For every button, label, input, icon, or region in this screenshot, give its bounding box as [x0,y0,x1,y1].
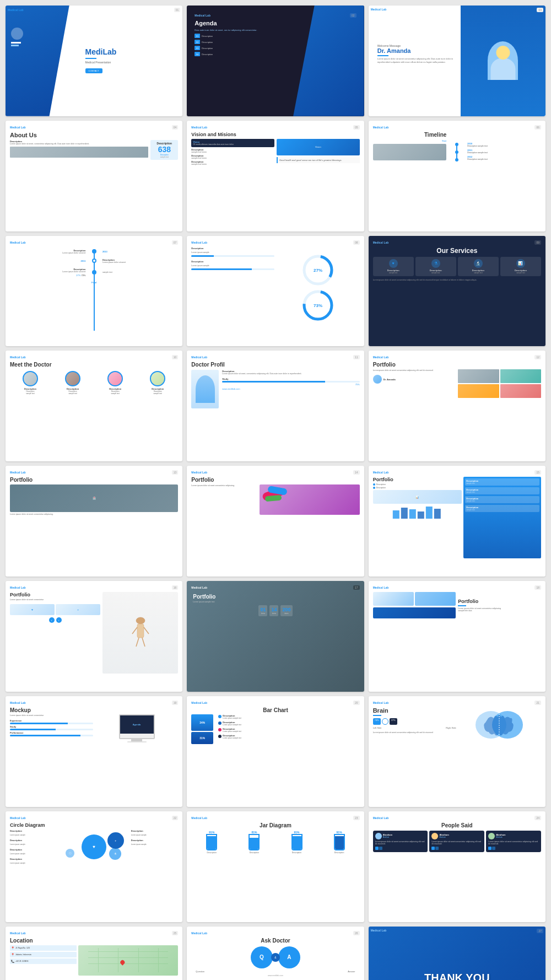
slide-5-vision: Medical Lab 05 Vision and Misions Vision… [187,121,364,231]
slide-4-page: 04 [172,125,179,130]
slide-20-title: Bar Chart [191,707,359,713]
slide-2-page: 02 [350,13,356,18]
slide-2-title: Agenda [195,20,356,26]
slide-9-footer: Lorem ipsum dolor sit amet consectetur a… [373,279,541,282]
slide-24-page: 24 [534,816,541,820]
agenda-item-3: 03 Description [195,46,356,50]
slide-12-page: 12 [534,355,541,359]
slide-25-logo: Medical Lab [10,931,26,935]
slide-23-logo: Medical Lab [191,816,207,820]
slide-12-portfolio: Medical Lab 12 Portfolio Lorem ipsum dol… [369,351,545,461]
jar-3: 91% Description [291,831,302,854]
left-label: Left Side [373,726,382,729]
stat2: 37% [390,718,397,725]
slide-15-page: 15 [534,470,541,475]
slide-23-jar: Medical Lab 23 Jar Diagram 91% Descripti… [187,811,364,922]
jar-4: 91% Description [334,831,345,854]
portfolio-stat-1: 01 items [258,605,267,616]
jar-2: 81% Description [249,831,260,854]
slide-12-desc: Lorem ipsum dolor sit amet consectetur a… [373,369,456,372]
slide-15-portfolio: Medical Lab 15 Portfolio Description Des… [369,466,545,577]
slide-22-circle: Medical Lab 22 Circle Diagram Descriptio… [6,811,182,922]
slide-26-logo: Medical Lab [191,931,207,935]
slide-25-title: Location [10,938,178,944]
slide-14-portfolio: Medical Lab 14 Portfolio Lorem ipsum dol… [187,466,364,577]
slide-7-timeline2: Medical Lab 07 Description Lorem ipsum d… [6,236,182,347]
slide-1-button[interactable]: CONTACT [85,68,102,73]
slide-3-desc: Lorem ipsum dolor sit amet consectetur a… [377,57,462,63]
svg-point-12 [136,617,145,624]
nav-next[interactable]: › [56,617,62,623]
slide-18-title: Portfolio [458,599,541,604]
slide-7-logo: Medical Lab [10,241,26,244]
slide-19-mockup: Medical Lab 19 Mockup Lorem ipsum dolor … [6,696,182,807]
slide-6-timeline: Medical Lab 06 Timeline Start 2010 Descr… [369,121,545,231]
amp-label: & [274,956,276,959]
slide-14-page: 14 [353,470,360,475]
slide-17-title: Portfolio [193,594,358,600]
slide-4-logo: Medical Lab [10,126,26,129]
slide-6-page: 06 [534,125,541,130]
agenda-item-2: 02 Description [195,40,356,44]
portfolio-stat-3: 200 items [280,605,292,616]
slide-25-location: Medical Lab 25 Location 📍 Jl. Raya No. 1… [6,927,182,980]
doctor-name: Dr. Amanda [383,378,396,381]
slide-10-page: 10 [172,355,179,359]
svg-rect-11 [434,509,440,519]
slide-12-logo: Medical Lab [373,356,389,359]
study-label: Study [222,378,359,380]
slide-8-page: 08 [353,240,360,245]
svg-line-17 [142,638,145,647]
slide-26-askdoctor: Medical Lab 26 Ask Doctor Q & A Question… [187,927,364,980]
slides-grid: MediLab Medical Presentation CONTACT Med… [6,6,545,980]
slide-16-logo: Medical Lab [10,586,26,589]
vision-quote: Good health and good sense are two of li… [277,157,360,163]
address-1: Jl. Raya No. 123 [15,947,30,949]
service-2: ⚗ Description sample text [415,257,456,276]
doctor-1: Description Description sample text [10,371,51,395]
agenda-num-1: 01 [195,34,200,38]
slide-4-desc: Lorem ipsum dolor sit amet, consectetur … [10,143,148,146]
slide-13-title: Portfolio [10,477,178,483]
slide-15-logo: Medical Lab [373,471,389,474]
slide-13-portfolio: Medical Lab 13 Portfolio 🏥 Lorem ipsum d… [6,466,182,577]
slide-7-page: 07 [172,240,179,245]
slide-24-people: Medical Lab 24 People Said Abraham MediL… [369,811,545,922]
svg-rect-10 [425,507,432,519]
slide-17-portfolio: Medical Lab 17 Portfolio Lorem ipsum sam… [187,581,364,692]
slide-3-title: Dr. Amanda [377,47,462,54]
slide-15-title: Portfolio [373,477,462,482]
doctor-3: Description Description sample text [95,371,136,395]
svg-line-14 [132,627,137,634]
jar-1: 91% Description [206,831,217,854]
slide-11-logo: Medical Lab [191,356,207,359]
slide-9-page: 09 [534,240,541,245]
slide-2-agenda: Medical Lab 02 Agenda Duis aute irure do… [187,6,364,116]
service-3: 🔬 Description sample text [458,257,499,276]
slide-4-stat: 638 [158,145,171,154]
slide-6-title: Timeline [373,132,447,138]
agenda-num-4: 04 [195,52,200,56]
t2-role: MediLab [439,836,449,838]
doctor-2: Description Description sample text [52,371,93,395]
svg-text:27%: 27% [314,268,322,273]
slide-19-title: Mockup [10,707,178,713]
slide-24-title: People Said [373,822,541,828]
stat1: 74% [373,718,381,725]
slide-11-page: 11 [353,355,360,359]
slide-11-link[interactable]: www.medilab.com [222,387,359,390]
slide-13-desc: Lorem ipsum dolor sit amet consectetur a… [10,513,178,516]
slide-23-title: Jar Diagram [191,822,359,828]
slide-8-logo: Medical Lab [191,241,207,244]
slide-11-profile: Medical Lab 11 Doctor Profil Description… [187,351,364,461]
slide-5-logo: Medical Lab [191,126,207,129]
slide-21-desc: Lorem ipsum dolor sit amet consectetur a… [373,731,456,734]
t1-role: MediLab [383,836,392,838]
agenda-num-3: 03 [195,46,200,50]
agenda-item-1: 01 Description [195,34,356,38]
nav-prev[interactable]: ‹ [49,617,55,623]
slide-10-title: Meet the Doctor [10,362,178,368]
t1-text: Lorem ipsum dolor sit amet consectetur a… [375,841,426,846]
slide-18-page: 18 [534,585,541,590]
slide-22-page: 22 [172,816,179,820]
